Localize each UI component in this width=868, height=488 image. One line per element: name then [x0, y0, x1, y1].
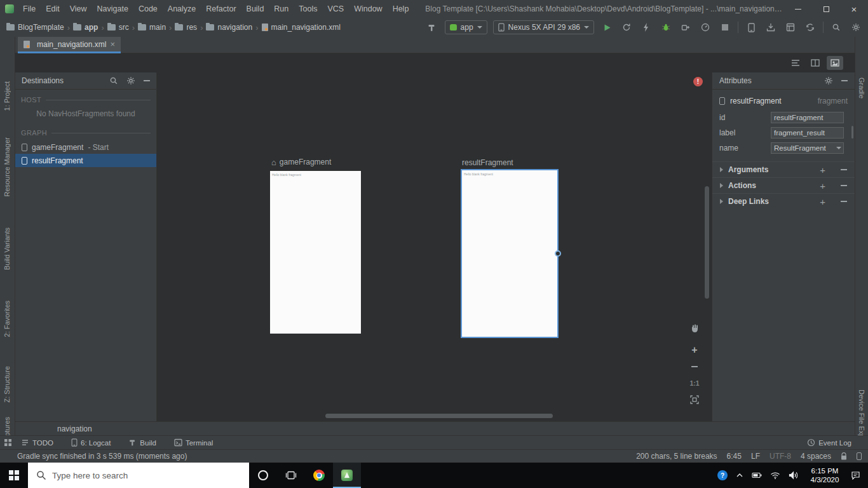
menu-analyze[interactable]: Analyze [163, 0, 201, 18]
profiler-button[interactable] [698, 20, 712, 34]
destination-item-game-fragment[interactable]: gameFragment - Start [15, 140, 156, 154]
device-dropdown[interactable]: Nexus 5X API 29 x86 [493, 20, 594, 34]
menu-file[interactable]: File [18, 0, 41, 18]
breadcrumb-res[interactable]: res [175, 23, 197, 32]
apply-code-changes-button[interactable] [639, 20, 653, 34]
task-view-button[interactable] [277, 463, 305, 488]
close-button[interactable]: × [840, 0, 868, 18]
deep-links-section[interactable]: Deep Links + [712, 193, 855, 209]
run-button[interactable] [600, 20, 614, 34]
menu-edit[interactable]: Edit [41, 0, 65, 18]
cortana-button[interactable] [249, 463, 277, 488]
debug-button[interactable] [659, 20, 673, 34]
tool-button-build[interactable]: Build [128, 438, 156, 447]
tool-button-logcat[interactable]: 6: Logcat [71, 438, 111, 447]
hide-panel-icon[interactable] [144, 80, 150, 81]
gear-icon[interactable] [126, 76, 135, 85]
horizontal-scrollbar[interactable] [325, 414, 553, 418]
result-fragment-preview[interactable]: Hello blank fragment [462, 170, 557, 337]
apply-changes-button[interactable] [620, 20, 634, 34]
settings-button[interactable] [849, 20, 863, 34]
split-view-button[interactable] [807, 56, 824, 70]
tool-button-favorites[interactable]: 2: Favorites [3, 301, 11, 337]
label-field[interactable] [771, 127, 844, 139]
tool-button-structure[interactable]: Z: Structure [3, 366, 11, 402]
arguments-section[interactable]: Arguments + [712, 161, 855, 177]
tool-button-todo[interactable]: TODO [21, 438, 53, 447]
navigation-canvas[interactable]: ! ⌂ gameFragment Hello blank fragment re… [157, 72, 712, 421]
name-dropdown[interactable]: ResultFragment [771, 142, 844, 154]
tray-chevron-up-icon[interactable] [736, 473, 743, 478]
event-log-button[interactable]: Event Log [807, 438, 851, 447]
remove-action-icon[interactable] [841, 185, 847, 186]
tool-button-gradle[interactable]: Gradle [858, 78, 865, 98]
tray-help-icon[interactable]: ? [717, 470, 728, 480]
error-badge[interactable]: ! [693, 77, 703, 86]
action-drag-handle[interactable] [555, 250, 561, 257]
menu-run[interactable]: Run [269, 0, 294, 18]
lock-icon[interactable] [841, 452, 847, 461]
menu-refactor[interactable]: Refactor [201, 0, 241, 18]
taskbar-clock[interactable]: 6:15 PM 4/3/2020 [807, 466, 843, 484]
game-fragment-preview[interactable]: Hello blank fragment [270, 171, 361, 334]
menu-vcs[interactable]: VCS [322, 0, 349, 18]
breadcrumb-main[interactable]: main [138, 23, 166, 32]
design-view-button[interactable] [827, 56, 843, 70]
menu-help[interactable]: Help [388, 0, 414, 18]
action-center-icon[interactable] [851, 471, 860, 480]
menu-code[interactable]: Code [133, 0, 163, 18]
menu-view[interactable]: View [65, 0, 92, 18]
taskbar-search-input[interactable] [52, 471, 243, 480]
taskbar-search[interactable] [28, 463, 249, 488]
menu-navigate[interactable]: Navigate [92, 0, 133, 18]
tool-button-resource-manager[interactable]: Resource Manager [3, 137, 11, 197]
vertical-scrollbar[interactable] [705, 186, 709, 299]
tool-button-build-variants[interactable]: Build Variants [3, 227, 11, 270]
remove-deep-link-icon[interactable] [841, 201, 847, 202]
actions-section[interactable]: Actions + [712, 177, 855, 193]
breadcrumb-file[interactable]: main_navigation.xml [262, 23, 341, 32]
search-everywhere-button[interactable] [829, 20, 843, 34]
gear-icon[interactable] [824, 76, 833, 85]
tool-button-terminal[interactable]: Terminal [174, 438, 213, 447]
android-studio-button[interactable] [333, 463, 361, 488]
zoom-in-button[interactable]: + [688, 344, 701, 356]
indent-indicator[interactable]: 4 spaces [801, 452, 831, 461]
remove-argument-icon[interactable] [841, 169, 847, 170]
network-icon[interactable] [770, 471, 780, 479]
add-argument-icon[interactable]: + [820, 165, 825, 175]
attach-debugger-button[interactable] [679, 20, 693, 34]
device-manager-button[interactable] [744, 20, 758, 34]
menu-tools[interactable]: Tools [294, 0, 322, 18]
add-action-icon[interactable]: + [820, 181, 825, 191]
breadcrumb-navigation-file[interactable]: navigation [57, 424, 92, 433]
build-hammer-button[interactable] [425, 20, 439, 34]
menu-window[interactable]: Window [349, 0, 387, 18]
sdk-manager-button[interactable] [764, 20, 778, 34]
panel-scrollbar[interactable] [851, 126, 853, 139]
start-button[interactable] [0, 463, 28, 488]
tab-close-icon[interactable]: × [110, 40, 115, 48]
add-deep-link-icon[interactable]: + [820, 197, 825, 207]
menu-build[interactable]: Build [241, 0, 269, 18]
battery-icon[interactable] [752, 472, 762, 478]
run-config-dropdown[interactable]: app [445, 20, 487, 34]
encoding-indicator[interactable]: UTF-8 [770, 452, 791, 461]
id-field[interactable] [771, 112, 844, 123]
breadcrumb-navigation[interactable]: navigation [206, 23, 252, 32]
breadcrumb-src[interactable]: src [107, 23, 129, 32]
stop-button[interactable] [718, 20, 732, 34]
tab-main-navigation-xml[interactable]: main_navigation.xml × [18, 37, 121, 53]
chrome-button[interactable] [305, 463, 333, 488]
maximize-button[interactable] [812, 0, 840, 18]
gradle-sync-button[interactable] [803, 20, 817, 34]
minimize-button[interactable] [784, 0, 812, 18]
pan-button[interactable] [688, 322, 701, 335]
highlighting-level-icon[interactable] [857, 452, 862, 460]
tool-window-switcher-icon[interactable] [4, 438, 12, 447]
breadcrumb-app[interactable]: app [73, 23, 98, 32]
search-icon[interactable] [109, 76, 118, 85]
volume-icon[interactable] [789, 471, 799, 480]
code-view-button[interactable] [787, 56, 804, 70]
zoom-reset-button[interactable]: 1:1 [688, 377, 701, 390]
